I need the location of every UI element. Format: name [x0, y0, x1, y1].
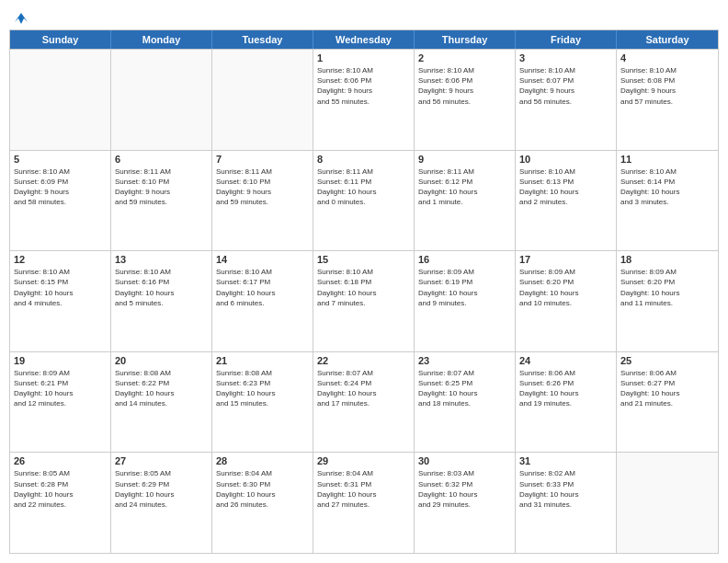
day-number: 28 — [216, 455, 309, 466]
calendar-cell-1-6: 11Sunrise: 8:10 AM Sunset: 6:14 PM Dayli… — [617, 151, 718, 251]
calendar-cell-3-2: 21Sunrise: 8:08 AM Sunset: 6:23 PM Dayli… — [212, 352, 313, 453]
day-info: Sunrise: 8:09 AM Sunset: 6:19 PM Dayligh… — [418, 267, 511, 308]
day-info: Sunrise: 8:04 AM Sunset: 6:30 PM Dayligh… — [216, 468, 309, 510]
day-number: 18 — [620, 254, 714, 265]
day-number: 3 — [519, 52, 612, 63]
day-number: 5 — [14, 154, 107, 165]
calendar-cell-4-6 — [617, 453, 718, 553]
calendar-cell-3-4: 23Sunrise: 8:07 AM Sunset: 6:25 PM Dayli… — [415, 352, 516, 453]
calendar-week-5: 26Sunrise: 8:05 AM Sunset: 6:28 PM Dayli… — [10, 452, 718, 553]
calendar-cell-3-5: 24Sunrise: 8:06 AM Sunset: 6:26 PM Dayli… — [516, 352, 617, 453]
calendar-cell-0-3: 1Sunrise: 8:10 AM Sunset: 6:06 PM Daylig… — [313, 50, 415, 150]
day-number: 6 — [115, 154, 208, 165]
logo — [9, 9, 31, 22]
day-number: 24 — [519, 355, 612, 366]
header-sunday: Sunday — [10, 30, 111, 49]
calendar-cell-0-5: 3Sunrise: 8:10 AM Sunset: 6:07 PM Daylig… — [516, 50, 617, 150]
header — [9, 9, 719, 22]
logo-bird-icon — [11, 9, 31, 26]
day-info: Sunrise: 8:04 AM Sunset: 6:31 PM Dayligh… — [317, 468, 410, 510]
calendar-cell-1-5: 10Sunrise: 8:10 AM Sunset: 6:13 PM Dayli… — [516, 151, 617, 251]
day-info: Sunrise: 8:10 AM Sunset: 6:08 PM Dayligh… — [620, 65, 714, 107]
day-number: 26 — [14, 455, 107, 466]
day-info: Sunrise: 8:10 AM Sunset: 6:07 PM Dayligh… — [519, 65, 612, 107]
header-monday: Monday — [111, 30, 212, 49]
day-number: 15 — [317, 254, 410, 265]
day-info: Sunrise: 8:10 AM Sunset: 6:06 PM Dayligh… — [317, 65, 410, 107]
day-number: 30 — [418, 455, 511, 466]
day-info: Sunrise: 8:09 AM Sunset: 6:20 PM Dayligh… — [519, 267, 612, 308]
day-number: 9 — [418, 154, 511, 165]
header-saturday: Saturday — [617, 30, 718, 49]
day-info: Sunrise: 8:11 AM Sunset: 6:10 PM Dayligh… — [115, 167, 208, 208]
header-friday: Friday — [516, 30, 617, 49]
calendar-cell-4-1: 27Sunrise: 8:05 AM Sunset: 6:29 PM Dayli… — [111, 453, 212, 553]
svg-marker-0 — [15, 13, 28, 24]
calendar-cell-0-0 — [10, 50, 111, 150]
day-info: Sunrise: 8:10 AM Sunset: 6:17 PM Dayligh… — [216, 267, 309, 308]
day-info: Sunrise: 8:03 AM Sunset: 6:32 PM Dayligh… — [418, 468, 511, 510]
day-number: 11 — [620, 154, 714, 165]
header-thursday: Thursday — [415, 30, 516, 49]
day-info: Sunrise: 8:07 AM Sunset: 6:24 PM Dayligh… — [317, 368, 410, 409]
calendar-cell-1-1: 6Sunrise: 8:11 AM Sunset: 6:10 PM Daylig… — [111, 151, 212, 251]
day-number: 23 — [418, 355, 511, 366]
day-info: Sunrise: 8:10 AM Sunset: 6:16 PM Dayligh… — [115, 267, 208, 308]
calendar-cell-4-3: 29Sunrise: 8:04 AM Sunset: 6:31 PM Dayli… — [313, 453, 415, 553]
day-number: 14 — [216, 254, 309, 265]
calendar-cell-2-0: 12Sunrise: 8:10 AM Sunset: 6:15 PM Dayli… — [10, 251, 111, 351]
calendar-cell-3-3: 22Sunrise: 8:07 AM Sunset: 6:24 PM Dayli… — [313, 352, 415, 453]
calendar: Sunday Monday Tuesday Wednesday Thursday… — [9, 29, 719, 554]
day-info: Sunrise: 8:11 AM Sunset: 6:10 PM Dayligh… — [216, 167, 309, 208]
day-number: 8 — [317, 154, 410, 165]
calendar-cell-0-6: 4Sunrise: 8:10 AM Sunset: 6:08 PM Daylig… — [617, 50, 718, 150]
day-number: 29 — [317, 455, 410, 466]
day-info: Sunrise: 8:10 AM Sunset: 6:18 PM Dayligh… — [317, 267, 410, 308]
calendar-cell-0-1 — [111, 50, 212, 150]
calendar-cell-2-2: 14Sunrise: 8:10 AM Sunset: 6:17 PM Dayli… — [212, 251, 313, 351]
day-number: 12 — [14, 254, 107, 265]
calendar-cell-2-3: 15Sunrise: 8:10 AM Sunset: 6:18 PM Dayli… — [313, 251, 415, 351]
day-info: Sunrise: 8:10 AM Sunset: 6:15 PM Dayligh… — [14, 267, 107, 308]
day-number: 10 — [519, 154, 612, 165]
day-info: Sunrise: 8:10 AM Sunset: 6:14 PM Dayligh… — [620, 167, 714, 208]
day-number: 27 — [115, 455, 208, 466]
day-info: Sunrise: 8:08 AM Sunset: 6:22 PM Dayligh… — [115, 368, 208, 409]
day-info: Sunrise: 8:02 AM Sunset: 6:33 PM Dayligh… — [519, 468, 612, 510]
calendar-cell-0-4: 2Sunrise: 8:10 AM Sunset: 6:06 PM Daylig… — [415, 50, 516, 150]
calendar-body: 1Sunrise: 8:10 AM Sunset: 6:06 PM Daylig… — [10, 49, 718, 553]
calendar-week-2: 5Sunrise: 8:10 AM Sunset: 6:09 PM Daylig… — [10, 150, 718, 251]
calendar-cell-2-6: 18Sunrise: 8:09 AM Sunset: 6:20 PM Dayli… — [617, 251, 718, 351]
calendar-cell-4-4: 30Sunrise: 8:03 AM Sunset: 6:32 PM Dayli… — [415, 453, 516, 553]
calendar-cell-0-2 — [212, 50, 313, 150]
day-number: 25 — [620, 355, 714, 366]
day-info: Sunrise: 8:09 AM Sunset: 6:21 PM Dayligh… — [14, 368, 107, 409]
calendar-cell-2-5: 17Sunrise: 8:09 AM Sunset: 6:20 PM Dayli… — [516, 251, 617, 351]
calendar-week-3: 12Sunrise: 8:10 AM Sunset: 6:15 PM Dayli… — [10, 250, 718, 351]
day-number: 7 — [216, 154, 309, 165]
day-number: 13 — [115, 254, 208, 265]
day-number: 19 — [14, 355, 107, 366]
calendar-cell-4-2: 28Sunrise: 8:04 AM Sunset: 6:30 PM Dayli… — [212, 453, 313, 553]
day-info: Sunrise: 8:05 AM Sunset: 6:28 PM Dayligh… — [14, 468, 107, 510]
day-info: Sunrise: 8:05 AM Sunset: 6:29 PM Dayligh… — [115, 468, 208, 510]
day-number: 2 — [418, 52, 511, 63]
day-number: 20 — [115, 355, 208, 366]
page: Sunday Monday Tuesday Wednesday Thursday… — [0, 0, 728, 563]
day-info: Sunrise: 8:06 AM Sunset: 6:26 PM Dayligh… — [519, 368, 612, 409]
calendar-cell-4-0: 26Sunrise: 8:05 AM Sunset: 6:28 PM Dayli… — [10, 453, 111, 553]
calendar-cell-1-0: 5Sunrise: 8:10 AM Sunset: 6:09 PM Daylig… — [10, 151, 111, 251]
calendar-header: Sunday Monday Tuesday Wednesday Thursday… — [10, 30, 718, 49]
calendar-cell-2-1: 13Sunrise: 8:10 AM Sunset: 6:16 PM Dayli… — [111, 251, 212, 351]
calendar-week-4: 19Sunrise: 8:09 AM Sunset: 6:21 PM Dayli… — [10, 351, 718, 453]
day-info: Sunrise: 8:11 AM Sunset: 6:11 PM Dayligh… — [317, 167, 410, 208]
day-info: Sunrise: 8:08 AM Sunset: 6:23 PM Dayligh… — [216, 368, 309, 409]
header-wednesday: Wednesday — [313, 30, 415, 49]
calendar-cell-3-0: 19Sunrise: 8:09 AM Sunset: 6:21 PM Dayli… — [10, 352, 111, 453]
day-number: 31 — [519, 455, 612, 466]
calendar-cell-1-3: 8Sunrise: 8:11 AM Sunset: 6:11 PM Daylig… — [313, 151, 415, 251]
day-number: 1 — [317, 52, 410, 63]
day-info: Sunrise: 8:07 AM Sunset: 6:25 PM Dayligh… — [418, 368, 511, 409]
day-info: Sunrise: 8:09 AM Sunset: 6:20 PM Dayligh… — [620, 267, 714, 308]
calendar-cell-3-6: 25Sunrise: 8:06 AM Sunset: 6:27 PM Dayli… — [617, 352, 718, 453]
